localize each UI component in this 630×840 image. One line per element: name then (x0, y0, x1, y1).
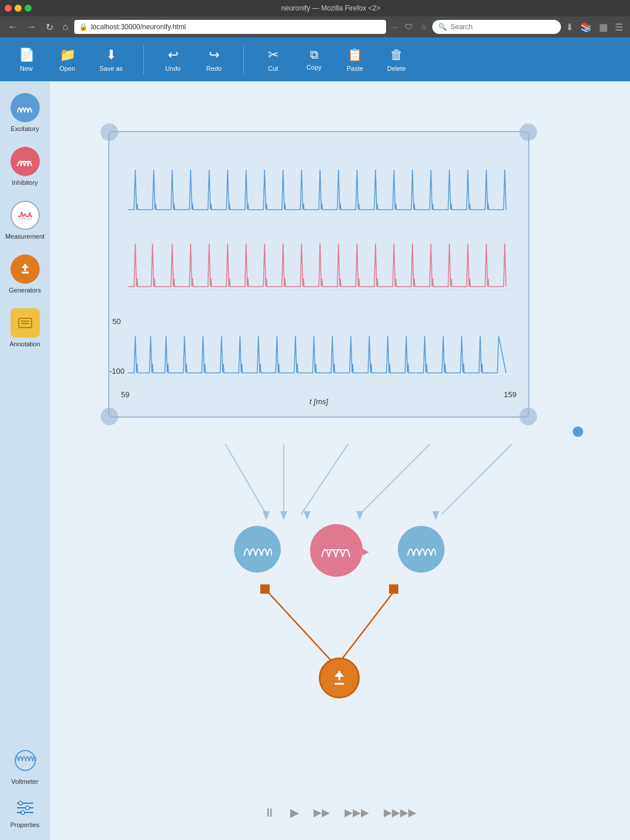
svg-rect-5 (19, 318, 32, 328)
svg-marker-27 (432, 511, 439, 520)
play-button[interactable]: ▶ (287, 803, 302, 822)
back-button[interactable]: ← (5, 19, 21, 35)
svg-marker-3 (22, 264, 29, 268)
annotation-icon (11, 308, 40, 338)
library-button[interactable]: 📚 (578, 19, 594, 35)
url-text: localhost:30000/neuronify.html (91, 23, 186, 31)
sidebar: Excitatory Inhibitory Measurement (0, 81, 50, 840)
forward-button[interactable]: → (23, 19, 40, 35)
inhibitory-label: Inhibitory (12, 179, 38, 186)
svg-point-12 (19, 801, 22, 805)
sidebar-item-annotation[interactable]: Annotation (3, 305, 47, 350)
delete-button[interactable]: 🗑 Delete (381, 44, 412, 75)
resize-handle-bl[interactable] (101, 408, 118, 425)
sidebar-item-inhibitory[interactable]: Inhibitory (3, 144, 47, 189)
redo-icon: ↪ (209, 47, 219, 63)
resize-handle-tr[interactable] (519, 123, 537, 141)
redo-button[interactable]: ↪ Redo (199, 44, 229, 75)
open-button[interactable]: 📁 Open (53, 44, 82, 75)
more-options-button[interactable]: ··· (388, 20, 400, 34)
search-bar[interactable]: 🔍 (432, 20, 561, 34)
undo-icon: ↩ (168, 47, 178, 63)
svg-marker-24 (280, 511, 287, 520)
measurement-label: Measurement (5, 233, 44, 240)
open-icon: 📁 (60, 47, 75, 63)
skip-end-button[interactable]: ▶▶▶▶ (381, 803, 419, 822)
delete-label: Delete (387, 65, 406, 72)
reload-button[interactable]: ↻ (42, 19, 57, 35)
svg-marker-26 (356, 511, 363, 520)
step-forward-button[interactable]: ▶▶▶ (342, 803, 372, 822)
sidebar-item-properties[interactable]: Properties (3, 797, 47, 831)
close-window-button[interactable] (5, 5, 12, 12)
bookmark-button[interactable]: ☆ (418, 20, 430, 34)
nav-bar: ← → ↻ ⌂ 🔒 localhost:30000/neuronify.html… (0, 16, 630, 37)
paste-button[interactable]: 📋 Paste (340, 44, 370, 75)
save-as-button[interactable]: ⬇ Save as (94, 44, 129, 75)
home-button[interactable]: ⌂ (59, 19, 72, 35)
svg-point-14 (21, 811, 25, 814)
paste-icon: 📋 (347, 47, 363, 63)
fast-forward-button[interactable]: ▶▶ (311, 803, 333, 822)
annotation-label: Annotation (9, 340, 40, 347)
svg-line-20 (301, 444, 348, 514)
sidebar-item-measurement[interactable]: Measurement (3, 198, 47, 243)
oscilloscope-panel[interactable]: 50 -100 t [ms] 59 159 (108, 131, 529, 418)
svg-marker-33 (363, 549, 369, 556)
maximize-window-button[interactable] (25, 5, 32, 12)
node-inhibitory-center[interactable] (310, 524, 363, 577)
url-bar[interactable]: 🔒 localhost:30000/neuronify.html (74, 20, 387, 34)
y-axis-label-50: 50 (112, 317, 121, 326)
shield-icon[interactable]: 🛡 (402, 20, 415, 34)
undo-button[interactable]: ↩ Undo (159, 44, 188, 75)
menu-button[interactable]: ☰ (612, 19, 625, 35)
copy-label: Copy (307, 64, 322, 71)
toolbar-separator-1 (143, 45, 144, 74)
x-axis-end: 159 (504, 390, 517, 399)
save-as-label: Save as (99, 65, 123, 72)
extensions-button[interactable]: ▦ (597, 19, 610, 35)
canvas-area[interactable]: 50 -100 t [ms] 59 159 (50, 81, 630, 840)
x-axis-label: t [ms] (309, 397, 328, 406)
search-icon: 🔍 (438, 23, 447, 31)
svg-line-18 (225, 444, 266, 514)
main-layout: Excitatory Inhibitory Measurement (0, 81, 630, 840)
paste-label: Paste (347, 65, 363, 72)
new-icon: 📄 (19, 47, 35, 63)
sidebar-item-voltmeter[interactable]: Voltmeter (3, 746, 47, 788)
url-port: 30000 (121, 23, 140, 31)
sidebar-item-excitatory[interactable]: Excitatory (3, 90, 47, 135)
save-as-icon: ⬇ (106, 47, 116, 63)
y-axis-label-minus100: -100 (109, 367, 125, 376)
copy-button[interactable]: ⧉ Copy (299, 44, 329, 74)
node-generator[interactable] (319, 657, 360, 698)
search-input[interactable] (450, 23, 555, 31)
pause-button[interactable]: ⏸ (261, 803, 278, 822)
generators-icon (11, 254, 40, 284)
download-button[interactable]: ⬇ (563, 19, 576, 35)
new-button[interactable]: 📄 New (12, 44, 41, 75)
nav-actions: ··· 🛡 ☆ (388, 20, 430, 34)
toolbar: 📄 New 📁 Open ⬇ Save as ↩ Undo ↪ Redo ✂ C… (0, 37, 630, 81)
chart-svg (109, 132, 528, 416)
cut-icon: ✂ (268, 47, 278, 63)
cut-button[interactable]: ✂ Cut (259, 44, 288, 75)
generators-label: Generators (9, 287, 41, 294)
node-excitatory-left[interactable] (234, 526, 281, 573)
browser-chrome: neuronify — Mozilla Firefox <2> (0, 0, 630, 16)
window-controls (5, 5, 32, 12)
network-diagram (167, 444, 547, 725)
sidebar-item-generators[interactable]: Generators (3, 252, 47, 297)
svg-line-34 (266, 590, 336, 666)
url-path: /neuronify.html (140, 23, 186, 31)
minimize-window-button[interactable] (15, 5, 22, 12)
resize-handle-br[interactable] (519, 408, 537, 425)
node-excitatory-right[interactable] (398, 526, 445, 573)
connection-endpoint-dot (573, 426, 583, 437)
toolbar-separator-2 (243, 45, 244, 74)
svg-rect-37 (389, 584, 398, 594)
url-host: localhost: (91, 23, 121, 31)
resize-handle-tl[interactable] (101, 123, 118, 141)
open-label: Open (60, 65, 75, 72)
redo-label: Redo (206, 65, 222, 72)
